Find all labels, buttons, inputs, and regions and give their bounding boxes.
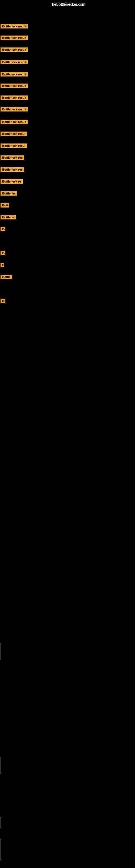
bottleneck-result-badge: Bo: [1, 299, 5, 303]
bottleneck-result-badge: Bottleneck result: [1, 120, 28, 124]
bottleneck-result-badge: Bo: [1, 227, 5, 231]
bottleneck-result-badge: Bottleneck result: [1, 84, 28, 88]
bottleneck-result-badge: Bottleneck resul: [1, 144, 27, 148]
bottleneck-result-badge: Bottleneck re: [1, 179, 23, 184]
bottleneck-result-badge: Bott: [1, 203, 9, 208]
bottleneck-result-badge: Bottleneck res: [1, 155, 24, 160]
bottleneck-result-badge: Bottleneck resul: [1, 131, 27, 136]
bottleneck-result-badge: Bottleneck res: [1, 167, 24, 172]
bottleneck-result-badge: B: [1, 263, 4, 267]
bottleneck-result-badge: Bottleneck result: [1, 60, 28, 64]
bottleneck-result-badge: Bottle: [1, 275, 12, 279]
bottleneck-result-badge: Bottlenec: [1, 191, 17, 195]
bottleneck-result-badge: Bottleneck result: [1, 72, 28, 76]
bottleneck-result-badge: Bottleneck result: [1, 35, 28, 40]
bottleneck-result-badge: Bottleneck result: [1, 95, 28, 100]
site-title: TheBottlenecker.com: [0, 0, 135, 9]
bottleneck-result-badge: Bottleneck result: [1, 107, 28, 112]
bottleneck-result-badge: Bottlene: [1, 215, 16, 219]
bottleneck-result-badge: Bottleneck result: [1, 48, 28, 52]
bottleneck-result-badge: Bottleneck result: [1, 24, 28, 29]
badges-container: Bottleneck resultBottleneck resultBottle…: [0, 9, 135, 868]
bottleneck-result-badge: Bo: [1, 251, 5, 255]
